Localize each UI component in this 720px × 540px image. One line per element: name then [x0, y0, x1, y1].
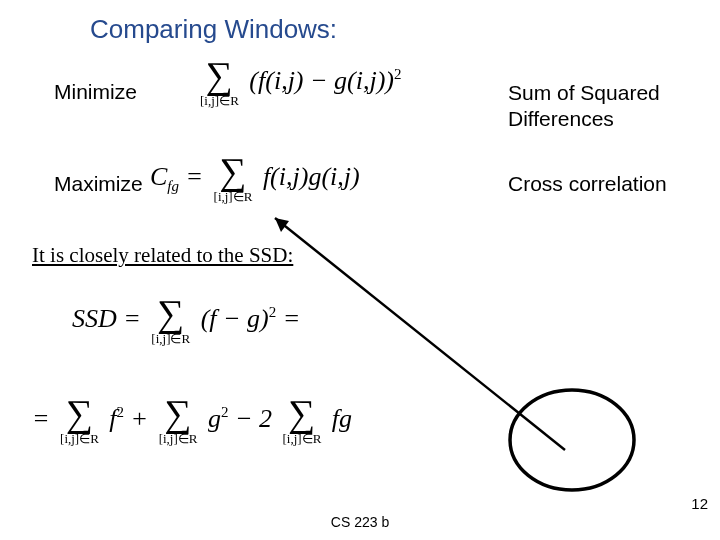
svg-marker-1 [275, 218, 289, 232]
label-maximize: Maximize [54, 172, 143, 196]
label-related-to-ssd: It is closely related to the SSD: [32, 243, 293, 268]
page-number: 12 [691, 495, 708, 512]
svg-point-2 [510, 390, 634, 490]
label-ssd-name: Sum of Squared Differences [508, 80, 708, 133]
formula-ssd: ∑ [i,j]∈R (f(i,j) − g(i,j))2 [200, 62, 402, 109]
slide-footer: CS 223 b [0, 514, 720, 530]
sigma-icon: ∑ [i,j]∈R [60, 400, 99, 447]
formula-ssd-expansion-2: = ∑ [i,j]∈R f2 + ∑ [i,j]∈R g2 − 2 ∑ [i,j… [32, 400, 352, 447]
label-minimize: Minimize [54, 80, 137, 104]
sigma-icon: ∑ [i,j]∈R [283, 400, 322, 447]
sigma-icon: ∑ [i,j]∈R [159, 400, 198, 447]
formula-ssd-expansion-1: SSD = ∑ [i,j]∈R (f − g)2 = [72, 300, 300, 347]
sigma-icon: ∑ [i,j]∈R [200, 62, 239, 109]
label-cc-name: Cross correlation [508, 172, 718, 196]
sigma-icon: ∑ [i,j]∈R [214, 158, 253, 205]
sigma-icon: ∑ [i,j]∈R [151, 300, 190, 347]
formula-cross-correlation: Cfg = ∑ [i,j]∈R f(i,j)g(i,j) [150, 158, 360, 205]
slide-title: Comparing Windows: [90, 14, 337, 45]
